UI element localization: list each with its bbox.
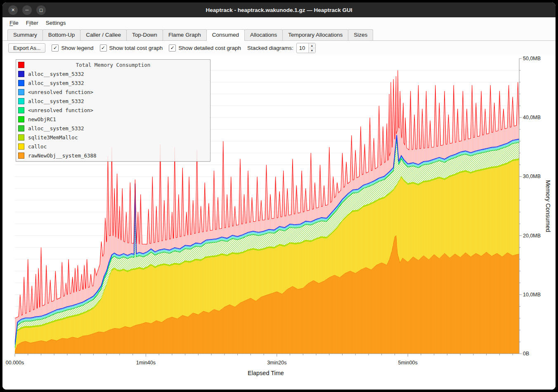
tab-bottom-up[interactable]: Bottom-Up (43, 29, 81, 40)
chart-legend: Total Memory Consumption alloc__system_5… (16, 59, 210, 162)
spinner-down-icon[interactable]: ▼ (309, 48, 315, 53)
spinner-up-icon[interactable]: ▲ (309, 43, 315, 48)
x-tick-label: 00.000s (6, 360, 24, 366)
menu-label: F (26, 20, 29, 26)
checkbox-label: Show legend (61, 45, 93, 51)
show-total-cost-graph-checkbox[interactable]: ✓ Show total cost graph (100, 45, 163, 52)
legend-item: calloc (16, 142, 210, 151)
tab-caller-callee[interactable]: Caller / Callee (80, 29, 127, 40)
legend-title: Total Memory Consumption (28, 62, 198, 68)
legend-swatch (18, 143, 24, 150)
stacked-diagrams-group: Stacked diagrams: 10 ▲ ▼ (247, 43, 316, 53)
checkmark-icon: ✓ (100, 45, 107, 52)
legend-swatch (18, 71, 24, 77)
title-bar[interactable]: ✕ ─ ◻ Heaptrack - heaptrack.wakunode.1.g… (2, 2, 556, 17)
y-tick-label: 30,0MB (523, 174, 541, 179)
checkbox-label: Show total cost graph (109, 45, 163, 51)
export-as-button[interactable]: Export As... (8, 43, 45, 53)
legend-item: alloc__system_5332 (16, 124, 210, 133)
y-tick-label: 40,0MB (523, 115, 541, 120)
stacked-diagrams-spinner[interactable]: 10 ▲ ▼ (296, 43, 316, 53)
legend-label: <unresolved function> (28, 89, 93, 95)
stacked-diagrams-label: Stacked diagrams: (247, 45, 293, 51)
menu-bar: File Filter Settings (2, 17, 556, 28)
checkmark-icon: ✓ (169, 45, 176, 52)
legend-label: calloc (28, 143, 47, 150)
legend-item: <unresolved function> (16, 106, 210, 115)
legend-swatch (18, 125, 24, 131)
y-tick-label: 20,0MB (523, 233, 541, 239)
y-tick-label: 50,0MB (523, 56, 541, 61)
legend-item: sqlite3MemMalloc (16, 133, 210, 142)
tab-consumed[interactable]: Consumed (206, 29, 245, 41)
tab-sizes[interactable]: Sizes (348, 29, 373, 40)
legend-label: sqlite3MemMalloc (28, 134, 78, 141)
heaptrack-window: ✕ ─ ◻ Heaptrack - heaptrack.wakunode.1.g… (2, 2, 556, 390)
x-tick-label: 5min00s (398, 360, 418, 366)
tab-allocations[interactable]: Allocations (244, 29, 283, 40)
minimize-icon[interactable]: ─ (22, 5, 32, 15)
menu-label: s (63, 20, 66, 26)
legend-label: newObjRC1 (28, 116, 56, 122)
menu-settings[interactable]: Settings (42, 19, 70, 27)
spinner-value[interactable]: 10 (297, 43, 308, 53)
menu-label: lter (31, 20, 38, 26)
toolbar: Export As... ✓ Show legend ✓ Show total … (2, 41, 556, 55)
legend-label: alloc__system_5332 (28, 98, 84, 104)
legend-title-swatch (18, 62, 24, 68)
legend-swatch (18, 153, 24, 159)
y-axis-title: Memory Consumed (545, 180, 551, 232)
tab-flame-graph[interactable]: Flame Graph (163, 29, 207, 40)
window-title: Heaptrack - heaptrack.wakunode.1.gz — He… (2, 7, 556, 13)
legend-swatch (18, 134, 24, 141)
show-detailed-cost-graph-checkbox[interactable]: ✓ Show detailed cost graph (169, 45, 241, 52)
chart-area: Total Memory Consumption alloc__system_5… (2, 55, 556, 390)
spinner-buttons: ▲ ▼ (308, 43, 315, 53)
legend-swatch (18, 89, 24, 95)
legend-label: alloc__system_5332 (28, 80, 84, 86)
x-tick-label: 1min40s (136, 360, 156, 366)
legend-label: alloc__system_5332 (28, 71, 84, 77)
x-axis-title: Elapsed Time (248, 370, 284, 376)
legend-swatch (18, 98, 24, 104)
show-legend-checkbox[interactable]: ✓ Show legend (52, 45, 93, 52)
window-controls: ✕ ─ ◻ (8, 5, 46, 15)
menu-accel: F (9, 20, 13, 26)
legend-swatch (18, 116, 24, 122)
legend-label: alloc__system_5332 (28, 125, 84, 131)
menu-label: Settin (46, 20, 60, 26)
tab-bar: Summary Bottom-Up Caller / Callee Top-Do… (2, 28, 556, 41)
legend-label: rawNewObj__system_6388 (28, 153, 97, 159)
legend-label: <unresolved function> (28, 107, 93, 113)
menu-label: ile (13, 20, 19, 26)
checkmark-icon: ✓ (52, 45, 59, 52)
legend-swatch (18, 80, 24, 86)
tab-temporary-allocations[interactable]: Temporary Allocations (282, 29, 348, 40)
legend-item: <unresolved function> (16, 87, 210, 96)
maximize-icon[interactable]: ◻ (36, 5, 46, 15)
tab-top-down[interactable]: Top-Down (126, 29, 163, 40)
legend-title-row: Total Memory Consumption (16, 60, 210, 69)
legend-item: rawNewObj__system_6388 (16, 151, 210, 160)
legend-item: alloc__system_5332 (16, 69, 210, 78)
menu-file[interactable]: File (6, 19, 22, 27)
menu-accel: g (60, 20, 63, 26)
y-tick-label: 10,0MB (523, 292, 541, 298)
tab-summary[interactable]: Summary (7, 29, 43, 40)
legend-item: newObjRC1 (16, 115, 210, 124)
legend-item: alloc__system_5332 (16, 96, 210, 106)
legend-swatch (18, 107, 24, 113)
menu-filter[interactable]: Filter (22, 19, 42, 27)
close-icon[interactable]: ✕ (8, 5, 18, 15)
y-tick-label: 0B (523, 351, 529, 357)
legend-item: alloc__system_5332 (16, 78, 210, 87)
x-tick-label: 3min20s (267, 360, 286, 366)
checkbox-label: Show detailed cost graph (178, 45, 241, 51)
